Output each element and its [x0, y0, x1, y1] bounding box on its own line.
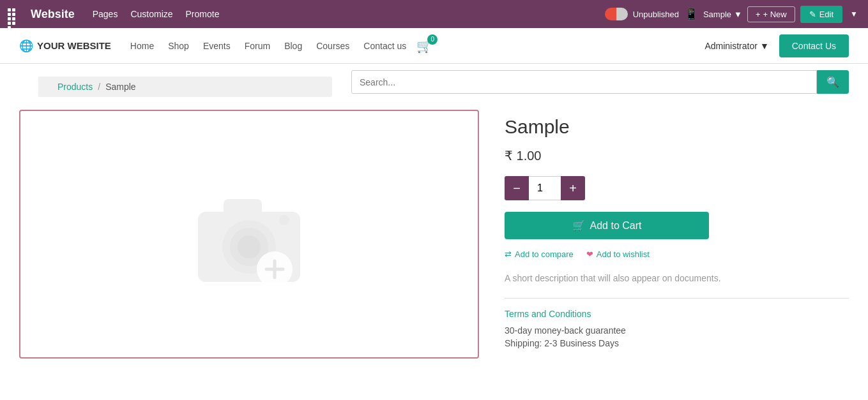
heart-icon: ❤	[586, 249, 593, 259]
pencil-icon: ✎	[809, 10, 816, 19]
nav-forum[interactable]: Forum	[245, 41, 270, 51]
nav-shop[interactable]: Shop	[168, 41, 189, 51]
nav-contact[interactable]: Contact us	[363, 41, 406, 51]
search-area: 🔍	[351, 70, 849, 94]
quantity-input[interactable]	[529, 176, 561, 200]
grid-icon[interactable]	[8, 8, 19, 20]
terms-item-1: 30-day money-back guarantee	[505, 325, 849, 336]
product-details: Sample ₹ 1.00 − + 🛒 Add to Cart ⇄ Add to…	[505, 110, 849, 359]
globe-icon: 🌐	[19, 39, 33, 53]
app-title: Website	[31, 8, 75, 21]
contact-us-button[interactable]: Contact Us	[779, 34, 849, 57]
header-row: Products / Sample 🔍	[0, 70, 868, 97]
nav-promote[interactable]: Promote	[186, 9, 220, 19]
sample-dropdown[interactable]: Sample ▼	[703, 10, 742, 19]
svg-point-8	[279, 215, 289, 225]
top-bar-nav: Pages Customize Promote	[93, 9, 220, 19]
add-to-cart-button[interactable]: 🛒 Add to Cart	[505, 212, 709, 239]
breadcrumb-separator: /	[98, 82, 100, 92]
admin-dropdown[interactable]: Administrator ▼	[704, 41, 768, 51]
terms-item-2: Shipping: 2-3 Business Days	[505, 338, 849, 348]
nav-courses[interactable]: Courses	[316, 41, 349, 51]
nav-blog[interactable]: Blog	[284, 41, 302, 51]
top-bar: Website Pages Customize Promote Unpublis…	[0, 0, 868, 28]
quantity-increase-button[interactable]: +	[561, 176, 585, 200]
nav-customize[interactable]: Customize	[130, 9, 172, 19]
breadcrumb-current: Sample	[105, 82, 135, 92]
search-button[interactable]: 🔍	[817, 70, 849, 94]
add-to-compare-link[interactable]: ⇄ Add to compare	[505, 249, 574, 259]
product-actions: ⇄ Add to compare ❤ Add to wishlist	[505, 249, 849, 259]
add-to-wishlist-link[interactable]: ❤ Add to wishlist	[586, 249, 650, 259]
svg-point-4	[238, 235, 261, 258]
breadcrumb-parent[interactable]: Products	[57, 82, 93, 92]
svg-rect-1	[224, 199, 262, 218]
product-divider	[505, 298, 849, 299]
nav-events[interactable]: Events	[203, 41, 231, 51]
new-button[interactable]: + + New	[747, 6, 795, 22]
plus-icon: +	[756, 10, 761, 19]
chevron-down-icon: ▼	[760, 41, 769, 51]
publish-toggle[interactable]	[605, 8, 628, 20]
product-price: ₹ 1.00	[505, 148, 849, 163]
cart-area[interactable]: 🛒 0	[416, 38, 432, 54]
publish-status: Unpublished	[633, 10, 679, 19]
nav-pages[interactable]: Pages	[93, 9, 118, 19]
mobile-icon[interactable]: 📱	[684, 7, 698, 21]
product-image-area	[19, 110, 479, 359]
search-input[interactable]	[351, 70, 817, 94]
chevron-down-icon: ▼	[734, 10, 742, 19]
placeholder-camera	[185, 177, 313, 292]
product-description: A short description that will also appea…	[505, 272, 849, 285]
quantity-area: − +	[505, 176, 849, 200]
product-title: Sample	[505, 116, 849, 138]
quantity-decrease-button[interactable]: −	[505, 176, 529, 200]
status-area: Unpublished 📱 Sample ▼ + + New ✎ Edit ▼	[605, 6, 860, 23]
nav-home[interactable]: Home	[130, 41, 154, 51]
breadcrumb: Products / Sample	[38, 77, 332, 97]
edit-button[interactable]: ✎ Edit	[800, 6, 842, 23]
camera-placeholder-icon	[185, 177, 313, 292]
cart-badge: 0	[427, 34, 438, 45]
website-logo[interactable]: 🌐 YOUR WEBSITE	[19, 39, 111, 53]
main-content: Sample ₹ 1.00 − + 🛒 Add to Cart ⇄ Add to…	[0, 97, 868, 371]
breadcrumb-area: Products / Sample	[19, 70, 351, 97]
logo-text: YOUR WEBSITE	[37, 40, 111, 51]
cart-icon-btn: 🛒	[572, 219, 585, 232]
terms-link[interactable]: Terms and Conditions	[505, 309, 849, 319]
top-bar-more-arrow[interactable]: ▼	[848, 10, 860, 19]
site-nav-links: Home Shop Events Forum Blog Courses Cont…	[130, 41, 406, 51]
compare-icon: ⇄	[505, 249, 512, 259]
website-nav: 🌐 YOUR WEBSITE Home Shop Events Forum Bl…	[0, 28, 868, 64]
